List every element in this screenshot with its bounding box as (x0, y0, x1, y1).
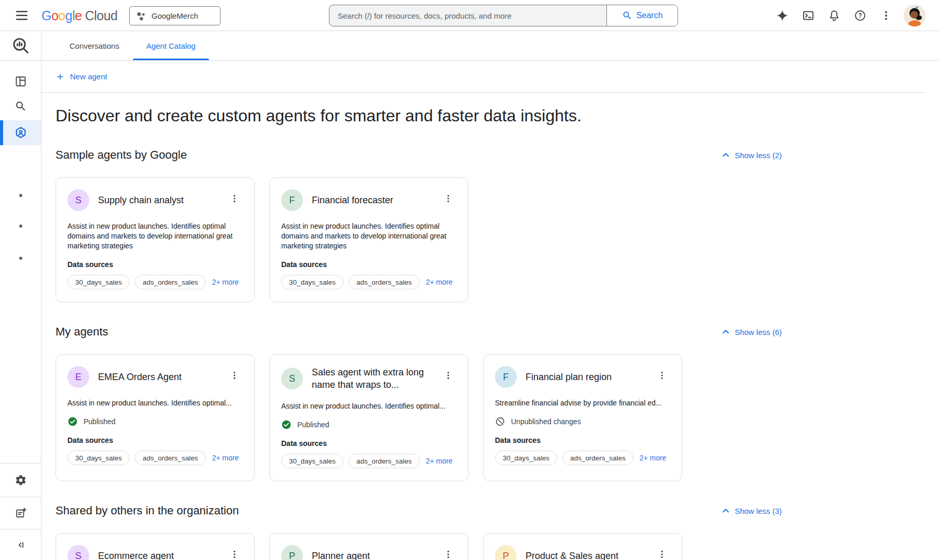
published-check-icon (281, 419, 292, 430)
data-source-chip: 30_days_sales (281, 275, 343, 289)
dashboard-icon[interactable] (0, 71, 41, 92)
cards-grid: E EMEA Orders Agent Assist in new produc… (56, 354, 782, 481)
nav-dot-item[interactable] (19, 225, 22, 228)
nav-dot-item[interactable] (19, 257, 22, 260)
data-source-chips: 30_days_salesads_orders_sales2+ more (495, 451, 669, 465)
agent-avatar: S (67, 545, 89, 560)
agent-description: Assist in new product launches. Identifi… (67, 221, 242, 251)
data-sources: Data sources 30_days_salesads_orders_sal… (67, 436, 242, 465)
agent-section: Shared by others in the organization Sho… (56, 504, 782, 560)
card-more-menu-icon[interactable] (227, 191, 242, 206)
tab-conversations[interactable]: Conversations (56, 31, 133, 60)
chevron-up-icon (721, 327, 730, 337)
data-source-chips: 30_days_salesads_orders_sales2+ more (281, 275, 455, 289)
new-agent-button[interactable]: New agent (56, 72, 107, 81)
settings-icon[interactable] (0, 463, 41, 497)
agent-status: Published (281, 419, 455, 430)
card-more-menu-icon[interactable] (441, 368, 455, 383)
published-check-icon (67, 416, 78, 427)
data-sources: Data sources 30_days_salesads_orders_sal… (67, 260, 242, 289)
chevron-up-icon (721, 506, 730, 515)
tab-agent-catalog[interactable]: Agent Catalog (133, 31, 209, 60)
collapse-panel-icon[interactable] (0, 529, 41, 560)
data-sources-label: Data sources (495, 436, 669, 444)
left-nav-rail (0, 31, 42, 560)
more-data-sources-link[interactable]: 2+ more (212, 278, 239, 286)
cards-grid: S Ecommerce agent Assist in new product … (56, 533, 782, 560)
agent-section: Sample agents by Google Show less (2) S … (56, 148, 782, 302)
search-icon[interactable] (0, 96, 41, 117)
main-content: Conversations Agent Catalog New agent Di… (42, 31, 939, 560)
data-sources-label: Data sources (67, 260, 242, 269)
sections: Sample agents by Google Show less (2) S … (56, 148, 939, 560)
plus-icon (56, 72, 65, 81)
data-sources: Data sources 30_days_salesads_orders_sal… (495, 436, 669, 465)
menu-icon[interactable] (11, 5, 32, 26)
project-selector[interactable]: GoogleMerch (129, 6, 220, 25)
project-name: GoogleMerch (151, 11, 198, 20)
section-heading: My agents (56, 325, 108, 339)
agent-card[interactable]: E EMEA Orders Agent Assist in new produc… (56, 354, 255, 481)
data-source-chips: 30_days_salesads_orders_sales2+ more (67, 275, 242, 289)
data-source-chip: 30_days_sales (281, 454, 343, 468)
nav-dot-item[interactable] (19, 194, 22, 197)
status-label: Published (84, 417, 116, 426)
show-less-link[interactable]: Show less (2) (721, 150, 782, 160)
help-icon[interactable]: ? (850, 5, 871, 26)
agent-card[interactable]: F Financial plan region Streamline finan… (483, 354, 682, 481)
data-source-chips: 30_days_salesads_orders_sales2+ more (67, 451, 242, 465)
cloud-shell-icon[interactable] (798, 5, 819, 26)
show-less-link[interactable]: Show less (6) (721, 327, 782, 337)
cloud-wordmark: Cloud (85, 8, 118, 23)
card-more-menu-icon[interactable] (441, 191, 455, 206)
account-avatar[interactable] (904, 5, 926, 26)
section-heading: Sample agents by Google (56, 148, 187, 162)
more-data-sources-link[interactable]: 2+ more (426, 278, 453, 286)
agent-avatar: P (281, 545, 303, 560)
show-less-link[interactable]: Show less (3) (721, 506, 782, 515)
more-data-sources-link[interactable]: 2+ more (640, 454, 667, 462)
card-more-menu-icon[interactable] (441, 547, 455, 560)
card-more-menu-icon[interactable] (655, 368, 669, 383)
cards-grid: S Supply chain analyst Assist in new pro… (56, 177, 782, 302)
card-more-menu-icon[interactable] (655, 547, 669, 560)
card-more-menu-icon[interactable] (227, 368, 242, 383)
tab-bar: Conversations Agent Catalog (42, 31, 939, 61)
search-button[interactable]: Search (606, 5, 678, 26)
card-more-menu-icon[interactable] (227, 547, 242, 560)
data-source-chip: ads_orders_sales (562, 451, 633, 465)
agent-status: Unpublished changes (495, 416, 669, 427)
agent-section: My agents Show less (6) E EMEA Orders Ag… (56, 325, 782, 481)
unpublished-icon (495, 416, 505, 427)
notifications-icon[interactable] (824, 5, 845, 26)
agent-card[interactable]: S Ecommerce agent Assist in new product … (56, 533, 255, 560)
agent-avatar: E (67, 366, 89, 388)
agent-card[interactable]: S Supply chain analyst Assist in new pro… (56, 177, 255, 302)
data-source-chip: ads_orders_sales (349, 454, 420, 468)
project-icon (136, 11, 146, 21)
search-input[interactable] (329, 5, 606, 26)
agent-title: EMEA Orders Agent (98, 371, 218, 383)
data-source-chip: 30_days_sales (67, 451, 130, 465)
agent-card[interactable]: S Sales agent with extra long name that … (269, 354, 468, 481)
global-search: Search (329, 5, 678, 26)
new-agent-label: New agent (70, 72, 107, 81)
more-data-sources-link[interactable]: 2+ more (212, 454, 239, 462)
google-wordmark: Google (42, 8, 82, 23)
agent-title: Ecommerce agent (98, 550, 218, 560)
agent-title: Supply chain analyst (98, 194, 218, 206)
data-source-chip: 30_days_sales (495, 451, 557, 465)
agents-icon[interactable] (0, 120, 41, 145)
google-cloud-logo[interactable]: Google Cloud (42, 0, 117, 31)
more-vert-icon[interactable] (876, 5, 896, 26)
agent-card[interactable]: P Planner agent Assist in new product la… (269, 533, 468, 560)
data-sources: Data sources 30_days_salesads_orders_sal… (281, 439, 455, 468)
data-source-chip: ads_orders_sales (349, 275, 420, 289)
agent-card[interactable]: F Financial forecaster Assist in new pro… (269, 177, 468, 302)
more-data-sources-link[interactable]: 2+ more (426, 457, 453, 465)
gemini-icon[interactable] (772, 5, 793, 26)
feedback-icon[interactable] (0, 497, 41, 529)
svg-text:?: ? (858, 12, 862, 19)
agent-card[interactable]: P Product & Sales agent Assist in new pr… (483, 533, 682, 560)
agent-description: Assist in new product launches. Identifi… (281, 401, 455, 411)
